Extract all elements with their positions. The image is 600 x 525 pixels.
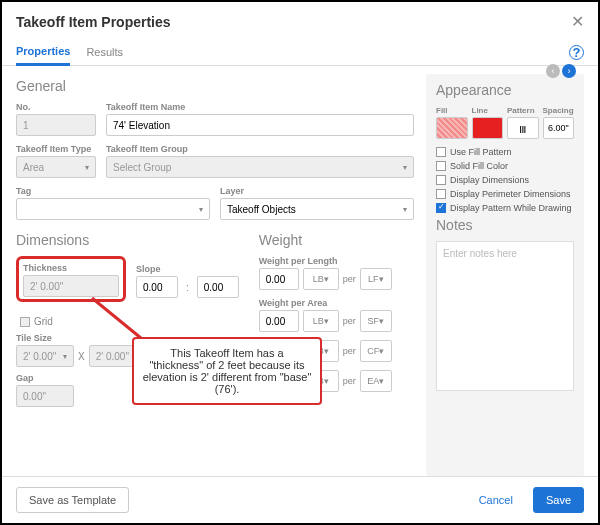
line-swatch[interactable] [472,117,504,139]
nav-next-icon[interactable]: › [562,64,576,78]
weight-area-label: Weight per Area [259,298,414,308]
dialog-title: Takeoff Item Properties [16,14,171,30]
gap-field[interactable] [16,385,74,407]
no-label: No. [16,102,96,112]
weight-row-1: LB▾ per SF▾ [259,310,414,332]
nav-prev-icon[interactable]: ‹ [546,64,560,78]
thickness-field[interactable] [23,275,119,297]
slope-rise-field[interactable] [136,276,178,298]
fill-swatch[interactable] [436,117,468,139]
save-button[interactable]: Save [533,487,584,513]
tag-label: Tag [16,186,210,196]
name-label: Takeoff Item Name [106,102,414,112]
thickness-label: Thickness [23,263,119,273]
check-usefill[interactable] [436,147,446,157]
tab-properties[interactable]: Properties [16,39,70,66]
annotation-callout: This Takeoff Item has a "thickness" of 2… [132,337,322,405]
grid-label: Grid [34,316,53,327]
check-dispperim[interactable] [436,189,446,199]
grid-checkbox[interactable] [20,317,30,327]
tab-results[interactable]: Results [86,40,123,64]
thickness-highlight: Thickness [16,256,126,302]
weight-unit2-3[interactable]: EA▾ [360,370,392,392]
no-field [16,114,96,136]
cancel-button[interactable]: Cancel [467,487,525,513]
help-icon[interactable]: ? [569,45,584,60]
weight-unit2-0[interactable]: LF▾ [360,268,392,290]
weight-unit2-2[interactable]: CF▾ [360,340,392,362]
tile-x: X [78,351,85,362]
group-label: Takeoff Item Group [106,144,414,154]
check-solidfill[interactable] [436,161,446,171]
section-appearance: Appearance [436,82,574,98]
tile-w-select[interactable]: 2' 0.00" [16,345,74,367]
weight-value-1[interactable] [259,310,299,332]
pattern-swatch[interactable]: ||| [507,117,539,139]
weight-unit-1[interactable]: LB▾ [303,310,339,332]
slope-label: Slope [136,264,239,274]
section-general: General [16,78,414,94]
spacing-field[interactable]: 6.00" [543,117,575,139]
save-template-button[interactable]: Save as Template [16,487,129,513]
layer-select[interactable]: Takeoff Objects [220,198,414,220]
weight-unit-0[interactable]: LB▾ [303,268,339,290]
section-weight: Weight [259,232,414,248]
tag-select[interactable] [16,198,210,220]
weight-row-0: LB▾ per LF▾ [259,268,414,290]
weight-length-label: Weight per Length [259,256,414,266]
type-label: Takeoff Item Type [16,144,96,154]
check-disppattern[interactable] [436,203,446,213]
notes-textarea[interactable]: Enter notes here [436,241,574,391]
layer-label: Layer [220,186,414,196]
close-icon[interactable]: ✕ [571,12,584,31]
slope-colon: : [184,282,191,293]
check-dispdim[interactable] [436,175,446,185]
section-dimensions: Dimensions [16,232,239,248]
group-select[interactable]: Select Group [106,156,414,178]
weight-value-0[interactable] [259,268,299,290]
slope-run-field[interactable] [197,276,239,298]
name-field[interactable] [106,114,414,136]
section-notes: Notes [436,217,574,233]
weight-unit2-1[interactable]: SF▾ [360,310,392,332]
type-select[interactable]: Area [16,156,96,178]
